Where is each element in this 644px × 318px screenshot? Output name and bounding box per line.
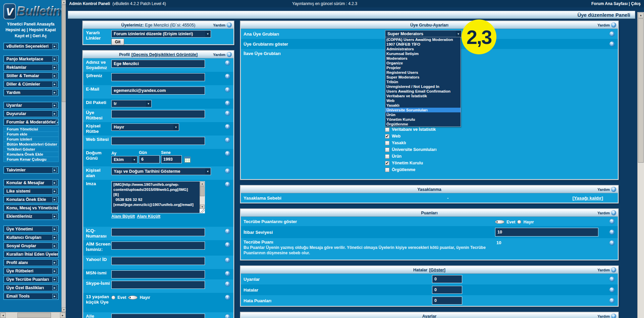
- help-icon[interactable]: ?: [609, 32, 614, 37]
- help-icon[interactable]: ?: [225, 229, 230, 234]
- sidebar-subitem[interactable]: Forum ekle: [3, 132, 59, 137]
- help-icon[interactable]: ?: [225, 242, 230, 247]
- sidebar-item[interactable]: Üye Tecrübe Puanları►: [3, 276, 59, 283]
- help-icon[interactable]: ?: [225, 138, 230, 143]
- scroll-up-icon[interactable]: ▲: [62, 0, 66, 4]
- expand-icon[interactable]: ►: [52, 235, 57, 240]
- sidebar-subitem[interactable]: Yetkileri Göster: [3, 147, 59, 152]
- birth-month-select[interactable]: Ekim▼: [111, 156, 138, 163]
- expand-icon[interactable]: ►: [52, 214, 57, 219]
- help-icon[interactable]: ?: [609, 42, 614, 47]
- dropdown-option[interactable]: (COPPA) Users Awaiting Moderation: [385, 37, 461, 42]
- dropdown-option[interactable]: Unregistered / Not Logged In: [385, 84, 461, 89]
- i-cq-numaras--input[interactable]: [111, 228, 205, 236]
- sidebar-item[interactable]: Panjo Marketplace►: [3, 55, 59, 63]
- go-button[interactable]: Git: [111, 39, 124, 45]
- dropdown-option[interactable]: Üniversite Sorumluları: [385, 108, 461, 112]
- history-link[interactable]: [Geçmiş Değişiklikleri Görüntüle]: [131, 52, 198, 57]
- sidebar-item[interactable]: Eklentileriniz►: [3, 213, 59, 220]
- sidebar-item[interactable]: Üye Özel Baslikları►: [3, 284, 59, 292]
- scrollbar-thumb[interactable]: [62, 5, 66, 102]
- help-icon[interactable]: ?: [609, 298, 614, 303]
- -ifreniz-input[interactable]: [111, 73, 205, 81]
- dropdown-option[interactable]: Yasaklı: [385, 103, 461, 108]
- sidebar-item[interactable]: vBulletin Seçenekleri►: [3, 43, 59, 50]
- help-icon[interactable]: ?: [225, 74, 230, 79]
- sidebar-item[interactable]: Takvimler►: [3, 166, 59, 174]
- expand-icon[interactable]: ►: [52, 180, 57, 185]
- -ye-r-tbesi-input[interactable]: [111, 110, 205, 118]
- expand-icon[interactable]: ►: [52, 227, 57, 231]
- help-icon[interactable]: ?: [225, 151, 230, 156]
- birth-year-input[interactable]: [161, 155, 182, 163]
- expand-icon[interactable]: ►: [52, 260, 57, 265]
- sidebar-item[interactable]: Like sistemi►: [3, 188, 59, 195]
- help-icon[interactable]: ?: [225, 281, 230, 286]
- save-restore-links[interactable]: Kayıt et | Geri Aç: [15, 34, 47, 38]
- help-icon[interactable]: ?: [225, 87, 230, 92]
- expand-icon[interactable]: ►: [52, 244, 57, 248]
- expand-icon[interactable]: ►: [52, 189, 57, 194]
- sidebar-item[interactable]: Reklamlar►: [3, 64, 59, 71]
- dropdown-option[interactable]: Ürün: [385, 112, 461, 117]
- scroll-right-icon[interactable]: ►: [60, 313, 65, 318]
- sidebar-item[interactable]: Üye Yönetimi►: [3, 225, 59, 233]
- sidebar-subitem[interactable]: Forum izinleri: [3, 137, 59, 142]
- help-icon[interactable]: ?: [225, 111, 230, 116]
- forum-home-link[interactable]: Forum Ana Sayfası: [591, 1, 628, 6]
- hatalar-input[interactable]: [432, 286, 462, 294]
- show-reputation-radio-hayır[interactable]: [517, 220, 521, 224]
- expand-icon[interactable]: ►: [52, 65, 57, 70]
- expand-icon[interactable]: ►: [52, 103, 57, 108]
- shrink-area-link[interactable]: Alanı Küçült: [137, 214, 160, 219]
- aile-input[interactable]: [111, 314, 205, 318]
- scroll-down-icon[interactable]: ▼: [200, 205, 205, 209]
- hata-puanlar--input[interactable]: [432, 297, 462, 305]
- sidebar-item[interactable]: Kullanıcı Grupları►: [3, 234, 59, 241]
- dil-paketi-select[interactable]: tr▼: [111, 100, 152, 107]
- sidebar-horizontal-scrollbar[interactable]: ◄ ►: [0, 312, 66, 318]
- checkbox[interactable]: [385, 141, 389, 145]
- expand-icon[interactable]: ►: [52, 285, 57, 290]
- help-icon[interactable]: ?: [227, 52, 232, 57]
- dropdown-option[interactable]: Tribün: [385, 80, 461, 84]
- dropdown-option[interactable]: Users Awaiting Email Confirmation: [385, 89, 461, 94]
- reputation-level-input[interactable]: [495, 228, 598, 236]
- sidebar-item[interactable]: Uyarılar►: [3, 102, 59, 109]
- signature-textarea[interactable]: [IMG]http://www.1907unifeb.org/wp-conten…: [111, 181, 205, 213]
- birth-day-input[interactable]: [139, 155, 160, 163]
- uyar-lar-input[interactable]: [432, 275, 462, 283]
- enlarge-area-link[interactable]: Alanı Büyült: [111, 214, 135, 219]
- checkbox[interactable]: [385, 168, 389, 172]
- sidebar-item[interactable]: Duyurular►: [3, 110, 59, 117]
- help-icon[interactable]: ?: [609, 230, 614, 235]
- dropdown-option[interactable]: Örgütlenme: [385, 122, 461, 126]
- checkbox[interactable]: ✔: [385, 161, 389, 165]
- help-icon[interactable]: ?: [225, 295, 230, 300]
- dropdown-option[interactable]: Kurumsal İletişim: [385, 51, 461, 56]
- scrollbar-thumb[interactable]: [638, 18, 644, 163]
- sidebar-item[interactable]: Sosyal Gruplar►: [3, 242, 59, 250]
- dropdown-option[interactable]: Organize: [385, 61, 461, 65]
- admin-home-link[interactable]: Yönetici Paneli Anasayfa: [7, 22, 55, 26]
- help-icon[interactable]: ?: [611, 22, 616, 28]
- sidebar-subitem[interactable]: Forum Yöneticisi: [3, 127, 59, 132]
- help-icon[interactable]: ?: [225, 258, 230, 263]
- dropdown-option[interactable]: 1907 ÜNİFEB TİFO: [385, 42, 461, 47]
- checkbox[interactable]: [385, 148, 389, 152]
- help-icon[interactable]: ?: [225, 101, 230, 106]
- help-icon[interactable]: ?: [611, 187, 616, 192]
- help-icon[interactable]: ?: [609, 219, 614, 224]
- sidebar-item[interactable]: Email Tools►: [3, 293, 59, 300]
- sidebar-item[interactable]: Üye Rütbeleri►: [3, 267, 59, 275]
- scroll-up-icon[interactable]: ▲: [638, 12, 644, 18]
- help-icon[interactable]: ?: [225, 124, 230, 129]
- help-icon[interactable]: ?: [611, 267, 616, 272]
- expand-icon[interactable]: ►: [52, 44, 57, 49]
- skype-i-smi-input[interactable]: [111, 281, 205, 289]
- expand-icon[interactable]: ►: [52, 294, 57, 299]
- e-mail-input[interactable]: [111, 87, 205, 95]
- help-icon[interactable]: ?: [225, 182, 230, 187]
- help-icon[interactable]: ?: [609, 287, 614, 293]
- under-13-radio-hayır[interactable]: [128, 296, 138, 300]
